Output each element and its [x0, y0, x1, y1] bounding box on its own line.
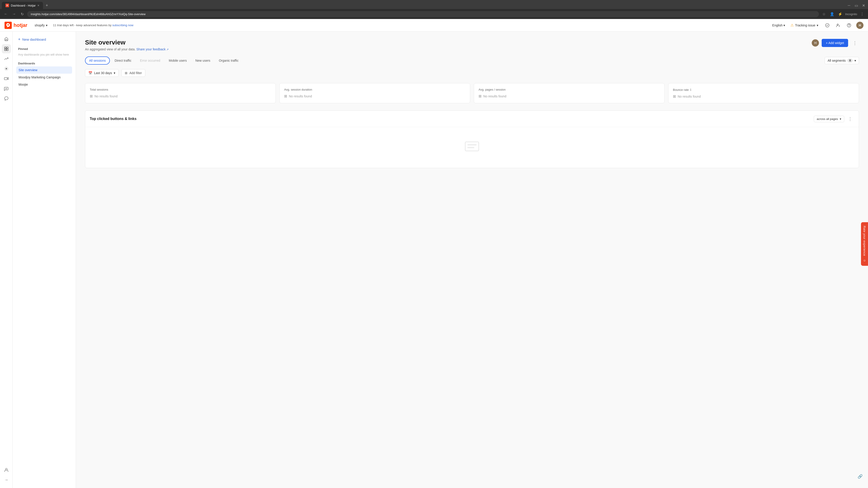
page-header: Site overview An aggregated view of all … — [85, 39, 859, 51]
rate-experience-sidebar[interactable]: Rate your experience ☺ — [861, 222, 868, 266]
avg-duration-no-results: ⊠ No results found — [284, 94, 465, 98]
tab-all-sessions[interactable]: All sessions — [85, 57, 110, 65]
no-results-icon-4: ⊠ — [673, 94, 676, 98]
external-link-icon: ↗ — [166, 48, 168, 51]
site-selector-chevron: ▾ — [46, 24, 48, 27]
total-sessions-label: Total sessions — [90, 88, 271, 91]
sidebar-icon-trends[interactable] — [2, 54, 11, 63]
total-sessions-no-results: ⊠ No results found — [90, 94, 271, 98]
sidebar-icon-collapse[interactable]: → — [2, 475, 11, 484]
tab-direct-traffic[interactable]: Direct traffic — [111, 57, 135, 64]
warning-icon: ⚠ — [790, 23, 794, 27]
add-widget-label: + Add widget — [826, 41, 844, 45]
sidebar-icon-recordings[interactable] — [2, 74, 11, 83]
sidebar-icon-feedback[interactable] — [2, 94, 11, 103]
subtitle-text: An aggregated view of all your data. — [85, 47, 135, 51]
bounce-rate-no-results-text: No results found — [678, 95, 701, 98]
top-bar: hotjar shopify ▾ 11 trial days left - ke… — [0, 19, 868, 32]
date-picker[interactable]: 📅 Last 30 days ▾ — [85, 69, 119, 77]
site-name: shopify — [35, 24, 44, 27]
date-chevron: ▾ — [114, 71, 115, 75]
tab-new-users[interactable]: New users — [191, 57, 214, 64]
pinned-title: Pinned — [16, 47, 72, 51]
trial-link[interactable]: subscribing now — [112, 24, 133, 27]
sidebar-icon-heatmaps[interactable] — [2, 64, 11, 73]
tracking-issue[interactable]: ⚠ Tracking issue ▾ — [789, 22, 820, 28]
add-widget-button[interactable]: + Add widget — [822, 39, 848, 47]
pinned-section: Pinned Any dashboards you pin will show … — [16, 47, 72, 57]
language-selector[interactable]: English ▾ — [772, 24, 785, 27]
address-bar[interactable] — [27, 11, 819, 17]
tab-mobile-users[interactable]: Mobile users — [165, 57, 191, 64]
rate-experience-label: Rate your experience — [863, 226, 866, 256]
browser-tab[interactable]: H Dashboard - Hotjar × — [2, 2, 43, 9]
add-filter-button[interactable]: ⊞ Add filter — [121, 69, 145, 77]
close-window-button[interactable]: ✕ — [861, 3, 866, 8]
maximize-button[interactable]: ▭ — [854, 3, 859, 8]
page-selector[interactable]: across all pages ▾ — [814, 116, 844, 122]
page-actions: H + Add widget ⋮ — [812, 39, 859, 47]
extensions-button[interactable]: ⚡ — [837, 11, 843, 17]
reload-button[interactable]: ↻ — [19, 11, 25, 17]
empty-state-icon — [463, 140, 481, 156]
nav-item-moodjoy[interactable]: Moodjoy Marketing Campaign — [16, 74, 72, 81]
language-label: English — [772, 24, 782, 27]
sidebar-icon-surveys[interactable] — [2, 84, 11, 93]
svg-rect-7 — [6, 49, 8, 51]
sidebar-icon-users[interactable] — [2, 465, 11, 475]
feedback-link[interactable]: Share your feedback — [136, 47, 165, 51]
hotjar-logo-icon — [4, 22, 12, 29]
icon-sidebar: → — [0, 32, 13, 488]
new-dashboard-button[interactable]: + New dashboard — [16, 35, 72, 43]
new-dashboard-label: New dashboard — [22, 37, 46, 41]
sidebar-icon-home[interactable] — [2, 34, 11, 43]
bookmark-button[interactable]: ☆ — [821, 11, 827, 17]
site-selector[interactable]: shopify ▾ — [33, 23, 49, 28]
filter-row: 📅 Last 30 days ▾ ⊞ Add filter — [85, 69, 859, 77]
minimize-button[interactable]: ─ — [846, 3, 852, 8]
new-tab-button[interactable]: + — [44, 2, 50, 9]
tab-organic-traffic[interactable]: Organic traffic — [215, 57, 242, 64]
nav-item-site-overview[interactable]: Site overview — [16, 66, 72, 74]
dashboards-title: Dashboards — [16, 62, 72, 65]
profile-button[interactable]: 👤 — [829, 11, 835, 17]
calendar-icon: 📅 — [88, 71, 92, 75]
segments-count: 8 — [847, 59, 852, 63]
plus-icon: + — [18, 37, 21, 42]
no-results-icon-3: ⊠ — [478, 94, 482, 98]
invite-users-icon[interactable] — [835, 22, 842, 29]
bounce-rate-info-icon[interactable]: ℹ — [690, 88, 691, 92]
highlights-icon[interactable] — [824, 22, 831, 29]
back-button[interactable]: ← — [3, 11, 9, 17]
logo: hotjar — [4, 22, 27, 29]
tab-close-btn[interactable]: × — [37, 4, 39, 7]
stats-grid: Total sessions ⊠ No results found Avg. s… — [85, 83, 859, 103]
menu-button[interactable]: ⋮ — [859, 11, 865, 17]
bounce-rate-no-results: ⊠ No results found — [673, 94, 854, 98]
nav-item-moojie[interactable]: Moojie — [16, 81, 72, 88]
help-icon[interactable] — [845, 22, 852, 29]
copy-link-icon[interactable]: 🔗 — [858, 474, 863, 479]
tab-error-occurred: Error occurred — [136, 57, 164, 64]
no-results-icon-2: ⊠ — [284, 94, 287, 98]
page-title-area: Site overview An aggregated view of all … — [85, 39, 168, 51]
stat-card-total-sessions: Total sessions ⊠ No results found — [85, 83, 276, 103]
svg-rect-13 — [465, 142, 479, 151]
page-subtitle: An aggregated view of all your data. Sha… — [85, 47, 168, 51]
svg-rect-4 — [4, 47, 6, 48]
filter-icon: ⊞ — [125, 71, 127, 75]
svg-rect-5 — [6, 47, 8, 48]
user-avatar[interactable]: H — [856, 22, 864, 29]
forward-button[interactable]: → — [11, 11, 17, 17]
section-body — [85, 127, 859, 168]
section-actions: across all pages ▾ ⋮ — [814, 115, 854, 123]
stat-card-avg-duration: Avg. session duration ⊠ No results found — [279, 83, 470, 103]
section-more-button[interactable]: ⋮ — [846, 115, 854, 123]
sidebar-icon-dashboard[interactable] — [2, 44, 11, 53]
date-range-label: Last 30 days — [94, 71, 112, 75]
incognito-label: Incognito — [845, 12, 857, 16]
segments-selector[interactable]: All segments 8 ▾ — [825, 57, 859, 64]
page-more-button[interactable]: ⋮ — [851, 39, 859, 47]
tracking-issue-label: Tracking issue — [795, 24, 815, 27]
segments-label: All segments — [828, 59, 846, 62]
